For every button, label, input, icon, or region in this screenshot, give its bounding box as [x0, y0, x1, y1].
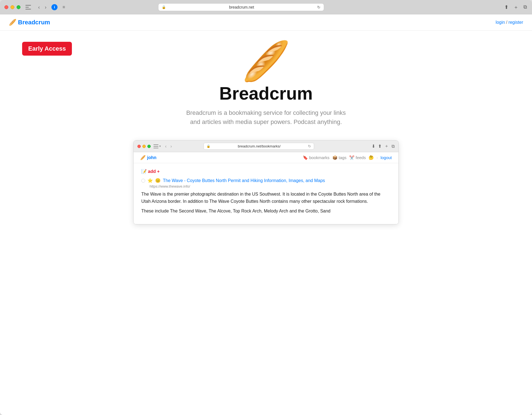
- back-button[interactable]: ‹: [36, 4, 41, 10]
- share-button[interactable]: ⬆: [504, 4, 509, 11]
- inner-content: 📝 add + ⭐ 😐 The Wave - Coyote Buttes Nor…: [134, 163, 398, 224]
- mystery-emoji: 🤔: [369, 155, 374, 160]
- bookmarks-label: bookmarks: [309, 155, 329, 160]
- close-button[interactable]: [4, 5, 8, 9]
- site-nav: 🥖 Breadcrum login / register: [0, 14, 532, 31]
- browser-title-bar: ‹ › i ≡ 🔒 breadcrum.net ↻ ⬆ ＋ ⧉: [0, 0, 532, 14]
- inner-share-button[interactable]: ⬆: [378, 144, 382, 149]
- inner-toolbar-right: ⬇ ⬆ ＋ ⧉: [372, 143, 395, 149]
- bookmarks-emoji: 🔖: [303, 155, 308, 160]
- inner-logo-text: john: [147, 155, 157, 160]
- site-logo[interactable]: 🥖 Breadcrum: [9, 19, 50, 26]
- add-bookmark-link[interactable]: 📝 add +: [141, 169, 160, 174]
- logo-text: Breadcrum: [18, 19, 50, 26]
- toolbar-right: ⬆ ＋ ⧉: [504, 3, 528, 11]
- early-access-button[interactable]: Early Access: [22, 42, 72, 56]
- hero-logo: 🥖: [242, 42, 290, 81]
- add-emoji: 📝: [141, 169, 147, 174]
- maximize-button[interactable]: [17, 5, 20, 9]
- tags-label: tags: [339, 155, 346, 160]
- inner-traffic-lights: [137, 145, 151, 148]
- inner-new-tab-button[interactable]: ＋: [384, 143, 389, 149]
- inner-logo-emoji: 🥖: [140, 155, 146, 160]
- forward-button[interactable]: ›: [43, 4, 48, 10]
- inner-nav-buttons: ‹ ›: [164, 144, 173, 149]
- inner-back-button[interactable]: ‹: [164, 144, 168, 149]
- nav-auth: login / register: [496, 20, 523, 25]
- inner-site-logo[interactable]: 🥖 john: [140, 155, 157, 160]
- sidebar-toggle-button[interactable]: [25, 5, 31, 9]
- inner-lock-icon: 🔒: [207, 144, 210, 148]
- inner-maximize-button[interactable]: [147, 145, 151, 148]
- tab-switcher-button[interactable]: ⧉: [523, 4, 528, 11]
- bookmark-description-p1: The Wave is the premier photographic des…: [141, 191, 391, 205]
- inner-forward-button[interactable]: ›: [169, 144, 173, 149]
- inner-feeds-link[interactable]: ✂️ feeds: [349, 155, 366, 160]
- page-content: 🥖 Breadcrum login / register Early Acces…: [0, 14, 532, 415]
- inner-address-bar[interactable]: 🔒 breadcrum.net/bookmarks/ ↻: [204, 143, 314, 150]
- bookmark-url: https://www.thewave.info/: [150, 184, 391, 188]
- bookmark-title-link[interactable]: The Wave - Coyote Buttes North Permit an…: [163, 178, 325, 183]
- lock-icon: 🔒: [162, 5, 166, 9]
- info-button[interactable]: i: [51, 4, 58, 10]
- hero-desc-line2: and articles with media super powers. Po…: [190, 118, 342, 125]
- inner-tags-link[interactable]: 📦 tags: [332, 155, 347, 160]
- inner-bookmarks-link[interactable]: 🔖 bookmarks: [303, 155, 330, 160]
- auth-separator: /: [506, 20, 507, 25]
- logo-emoji: 🥖: [9, 19, 16, 26]
- inner-page: 🥖 john 🔖 bookmarks 📦 tags: [134, 152, 398, 224]
- inner-reload-button[interactable]: ↻: [308, 144, 311, 148]
- feeds-emoji: ✂️: [349, 155, 354, 160]
- reload-button[interactable]: ↻: [317, 5, 320, 9]
- inner-download-button[interactable]: ⬇: [372, 144, 375, 149]
- hero-title: Breadcrum: [219, 83, 313, 104]
- inner-tab-switcher-button[interactable]: ⧉: [392, 144, 395, 149]
- inner-address-text: breadcrum.net/bookmarks/: [212, 144, 306, 148]
- hero-description: Breadcrum is a bookmaking service for co…: [186, 108, 346, 126]
- address-text: breadcrum.net: [168, 5, 315, 9]
- feeds-label: feeds: [356, 155, 366, 160]
- inner-close-button[interactable]: [137, 145, 141, 148]
- inner-title-bar: ▾ ‹ › 🔒 breadcrum.net/bookmarks/ ↻ ⬇ ⬆: [134, 141, 398, 152]
- nav-dot: ·: [377, 155, 378, 160]
- address-bar[interactable]: 🔒 breadcrum.net ↻: [158, 3, 324, 11]
- browser-window: ‹ › i ≡ 🔒 breadcrum.net ↻ ⬆ ＋ ⧉ 🥖 Breadc…: [0, 0, 532, 415]
- face-icon: 😐: [155, 178, 161, 183]
- hero-section: Early Access 🥖 Breadcrum Breadcrum is a …: [0, 31, 532, 230]
- reader-mode-button[interactable]: ≡: [61, 4, 67, 10]
- tags-emoji: 📦: [332, 155, 338, 160]
- navigation-buttons: ‹ ›: [36, 4, 48, 10]
- bookmark-checkbox[interactable]: [141, 179, 145, 183]
- add-label: add +: [148, 169, 160, 174]
- new-tab-button[interactable]: ＋: [513, 3, 519, 11]
- inner-minimize-button[interactable]: [142, 145, 146, 148]
- logout-link[interactable]: logout: [380, 155, 392, 160]
- inner-sidebar-chevron: ▾: [159, 144, 161, 148]
- minimize-button[interactable]: [11, 5, 14, 9]
- traffic-lights: [4, 5, 20, 9]
- login-link[interactable]: login: [496, 20, 505, 25]
- inner-browser-window: ▾ ‹ › 🔒 breadcrum.net/bookmarks/ ↻ ⬇ ⬆: [133, 140, 399, 224]
- inner-site-nav: 🥖 john 🔖 bookmarks 📦 tags: [134, 152, 398, 163]
- star-icon[interactable]: ⭐: [147, 178, 153, 183]
- inner-nav-links: 🔖 bookmarks 📦 tags ✂️ feeds �: [303, 155, 392, 160]
- bookmark-item: ⭐ 😐 The Wave - Coyote Buttes North Permi…: [141, 178, 391, 215]
- bookmark-description-p2: These include The Second Wave, The Alcov…: [141, 208, 391, 215]
- inner-sidebar-toggle[interactable]: ▾: [153, 144, 161, 148]
- hero-desc-line1: Breadcrum is a bookmaking service for co…: [186, 109, 346, 116]
- bookmark-title-row: ⭐ 😐 The Wave - Coyote Buttes North Permi…: [141, 178, 391, 183]
- register-link[interactable]: register: [508, 20, 523, 25]
